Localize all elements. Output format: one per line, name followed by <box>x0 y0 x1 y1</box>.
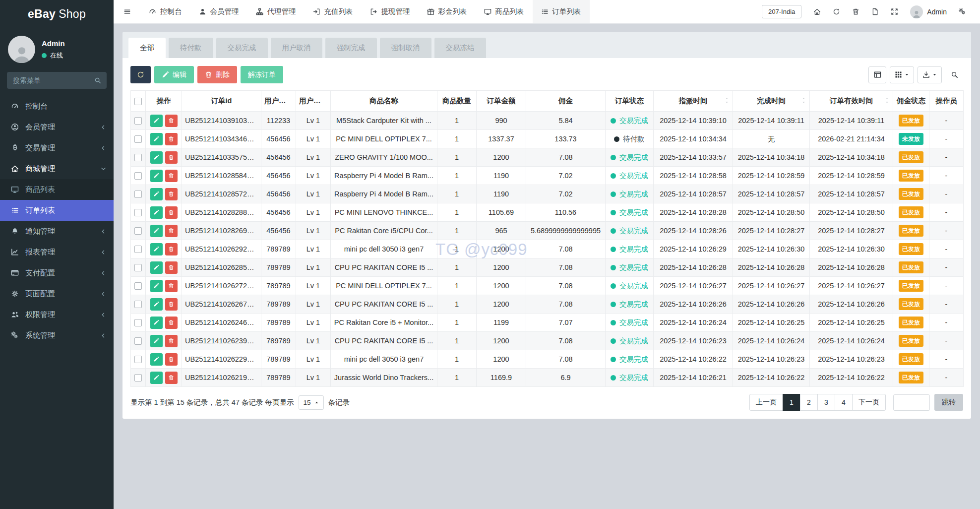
home-button[interactable] <box>807 8 827 15</box>
row-checkbox[interactable] <box>134 374 142 382</box>
row-delete-button[interactable] <box>165 372 178 384</box>
user-status[interactable]: 在线 <box>42 51 65 60</box>
page-jump-button[interactable]: 跳转 <box>934 394 963 411</box>
column-header-订单有效时间[interactable]: 订单有效时间 <box>810 91 893 112</box>
row-delete-button[interactable] <box>165 170 178 182</box>
tab-强制取消[interactable]: 强制取消 <box>380 38 431 58</box>
row-checkbox[interactable] <box>134 135 142 143</box>
row-delete-button[interactable] <box>165 280 178 292</box>
sidebar-item-products[interactable]: 商品列表 <box>0 179 114 200</box>
unfreeze-order-button[interactable]: 解冻订单 <box>241 66 283 83</box>
detail-view-button[interactable] <box>868 66 886 83</box>
row-edit-button[interactable] <box>150 133 163 145</box>
row-edit-button[interactable] <box>150 225 163 237</box>
search-input[interactable] <box>7 72 89 89</box>
fullscreen-button[interactable] <box>885 8 904 15</box>
search-button[interactable] <box>945 66 963 83</box>
row-edit-button[interactable] <box>150 188 163 200</box>
row-checkbox[interactable] <box>134 301 142 308</box>
refresh-button[interactable] <box>130 66 151 83</box>
row-delete-button[interactable] <box>165 206 178 219</box>
column-header-指派时间[interactable]: 指派时间 <box>654 91 733 112</box>
search-icon[interactable] <box>89 77 107 84</box>
row-delete-button[interactable] <box>165 225 178 237</box>
row-edit-button[interactable] <box>150 353 163 366</box>
row-edit-button[interactable] <box>150 115 163 127</box>
trash-button[interactable] <box>846 8 865 15</box>
next-page-button[interactable]: 下一页 <box>852 394 886 411</box>
row-edit-button[interactable] <box>150 372 163 384</box>
hamburger-menu-icon[interactable] <box>114 0 140 23</box>
prev-page-button[interactable]: 上一页 <box>749 394 783 411</box>
page-button-1[interactable]: 1 <box>783 394 800 411</box>
row-checkbox[interactable] <box>134 154 142 161</box>
tab-强制完成[interactable]: 强制完成 <box>325 38 377 58</box>
row-edit-button[interactable] <box>150 151 163 164</box>
row-checkbox[interactable] <box>134 227 142 235</box>
row-delete-button[interactable] <box>165 335 178 347</box>
row-checkbox[interactable] <box>134 246 142 253</box>
refresh-button[interactable] <box>827 8 846 15</box>
row-checkbox[interactable] <box>134 209 142 216</box>
column-header-完成时间[interactable]: 完成时间 <box>733 91 810 112</box>
nav-item-bonus[interactable]: 彩金列表 <box>419 0 476 23</box>
page-jump-input[interactable] <box>893 394 930 411</box>
nav-item-recharge[interactable]: 充值列表 <box>305 0 362 23</box>
row-delete-button[interactable] <box>165 188 178 200</box>
row-edit-button[interactable] <box>150 317 163 329</box>
tab-交易完成[interactable]: 交易完成 <box>216 38 268 58</box>
sidebar-item-dashboard[interactable]: 控制台 <box>0 96 114 117</box>
page-button-4[interactable]: 4 <box>835 394 853 411</box>
sidebar-item-system[interactable]: 系统管理 <box>0 325 114 346</box>
row-delete-button[interactable] <box>165 317 178 329</box>
row-checkbox[interactable] <box>134 356 142 363</box>
row-delete-button[interactable] <box>165 243 178 255</box>
row-checkbox[interactable] <box>134 172 142 180</box>
tab-交易冻结[interactable]: 交易冻结 <box>434 38 486 58</box>
row-edit-button[interactable] <box>150 335 163 347</box>
row-edit-button[interactable] <box>150 243 163 255</box>
nav-item-orders[interactable]: 订单列表 <box>533 0 590 23</box>
row-edit-button[interactable] <box>150 206 163 219</box>
sidebar-item-pages[interactable]: 页面配置 <box>0 283 114 304</box>
row-edit-button[interactable] <box>150 261 163 274</box>
row-delete-button[interactable] <box>165 298 178 311</box>
sidebar-item-mall[interactable]: 商城管理 <box>0 158 114 179</box>
sidebar-item-permission[interactable]: 权限管理 <box>0 304 114 325</box>
row-delete-button[interactable] <box>165 133 178 145</box>
row-edit-button[interactable] <box>150 170 163 182</box>
sidebar-item-members[interactable]: 会员管理 <box>0 117 114 137</box>
row-delete-button[interactable] <box>165 115 178 127</box>
row-checkbox[interactable] <box>134 191 142 198</box>
tab-全部[interactable]: 全部 <box>128 38 166 58</box>
nav-item-products[interactable]: 商品列表 <box>476 0 533 23</box>
row-edit-button[interactable] <box>150 280 163 292</box>
delete-button[interactable]: 删除 <box>197 66 237 83</box>
nav-item-dashboard[interactable]: 控制台 <box>140 0 190 23</box>
row-delete-button[interactable] <box>165 151 178 164</box>
file-button[interactable] <box>865 8 885 15</box>
page-size-dropdown[interactable]: 15 <box>299 395 324 410</box>
edit-button[interactable]: 编辑 <box>154 66 194 83</box>
row-checkbox[interactable] <box>134 117 142 125</box>
sidebar-item-reports[interactable]: 报表管理 <box>0 242 114 262</box>
export-button[interactable] <box>918 66 942 83</box>
row-delete-button[interactable] <box>165 261 178 274</box>
brand-logo[interactable]: eBay Shop <box>0 0 114 28</box>
sidebar-item-notice[interactable]: 通知管理 <box>0 221 114 242</box>
nav-item-members[interactable]: 会员管理 <box>190 0 247 23</box>
tab-待付款[interactable]: 待付款 <box>169 38 213 58</box>
row-delete-button[interactable] <box>165 353 178 366</box>
topnav-avatar[interactable] <box>910 5 923 18</box>
sidebar-item-orders[interactable]: 订单列表 <box>0 200 114 221</box>
topnav-user-name[interactable]: Admin <box>927 8 947 16</box>
settings-gears-icon[interactable] <box>953 8 972 15</box>
sidebar-item-payment[interactable]: 支付配置 <box>0 262 114 283</box>
row-checkbox[interactable] <box>134 337 142 345</box>
page-button-3[interactable]: 3 <box>817 394 835 411</box>
tab-用户取消[interactable]: 用户取消 <box>271 38 322 58</box>
page-button-2[interactable]: 2 <box>800 394 818 411</box>
row-edit-button[interactable] <box>150 298 163 311</box>
select-all-checkbox[interactable] <box>134 98 142 105</box>
language-selector[interactable]: 207-India <box>762 5 801 18</box>
